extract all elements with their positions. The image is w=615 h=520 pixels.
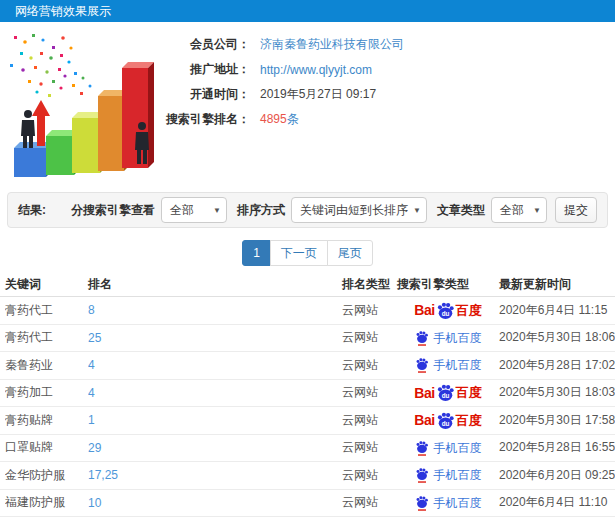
rank-count-number: 4895 (260, 112, 287, 126)
keyword-cell: 膏药代工 (5, 302, 88, 319)
table-row: 福建防护服 10 云网站 手机百度 2020年6月4日 11:10 (0, 490, 615, 518)
mobile-baidu-badge: 手机百度 (415, 330, 482, 346)
updated-cell: 2020年6月4日 11:10 (499, 494, 615, 511)
rank-type-cell: 云网站 (342, 467, 397, 484)
updated-cell: 2020年5月28日 16:55 (499, 439, 615, 456)
updated-cell: 2020年5月30日 18:06 (499, 329, 615, 346)
promo-url-label: 推广地址： (158, 61, 250, 78)
rank-type-cell: 云网站 (342, 494, 397, 511)
mobile-baidu-badge: 手机百度 (415, 495, 482, 511)
next-page-button[interactable]: 下一页 (270, 240, 328, 266)
baidu-paw-icon (415, 357, 429, 373)
col-keyword: 关键词 (5, 276, 88, 293)
baidu-logo-cn-text: 百度 (456, 386, 482, 399)
engine-cell: 手机百度 (397, 495, 499, 511)
rank-link[interactable]: 29 (88, 441, 342, 455)
table-header: 关键词 排名 排名类型 搜索引擎类型 最新更新时间 (0, 272, 615, 297)
sort-filter-label: 排序方式 (237, 202, 285, 219)
rank-type-cell: 云网站 (342, 439, 397, 456)
rank-type-cell: 云网站 (342, 329, 397, 346)
submit-button[interactable]: 提交 (555, 197, 597, 223)
last-page-button[interactable]: 尾页 (327, 240, 373, 266)
mobile-baidu-badge: 手机百度 (415, 357, 482, 373)
keyword-cell: 金华防护服 (5, 467, 88, 484)
baidu-paw-icon (415, 440, 429, 456)
keyword-cell: 膏药贴牌 (5, 412, 88, 429)
rank-link[interactable]: 4 (88, 358, 342, 372)
engine-cell: 手机百度 (397, 467, 499, 483)
chevron-down-icon: ▼ (533, 198, 541, 224)
mobile-baidu-label: 手机百度 (434, 359, 482, 371)
keyword-cell: 膏药加工 (5, 384, 88, 401)
baidu-logo: Bai du 百度 (414, 383, 481, 402)
table-row: 金华防护服 17,25 云网站 手机百度 2020年6月20日 09:25 (0, 462, 615, 490)
info-row-opened: 开通时间： 2019年5月27日 09:17 (158, 82, 608, 107)
open-time-value: 2019年5月27日 09:17 (260, 86, 376, 103)
baidu-logo-bai-text: Bai (414, 303, 434, 317)
table-row: 秦鲁药业 4 云网站 手机百度 2020年5月28日 17:02 (0, 352, 615, 380)
mobile-baidu-label: 手机百度 (434, 497, 482, 509)
engine-cell: 手机百度 (397, 357, 499, 373)
page-1-button[interactable]: 1 (242, 240, 271, 266)
rank-link[interactable]: 8 (88, 303, 342, 317)
info-row-rank-count: 搜索引擎排名： 4895条 (158, 107, 608, 132)
keyword-cell: 口罩贴牌 (5, 439, 88, 456)
rank-count-value: 4895条 (260, 111, 299, 128)
info-row-company: 会员公司： 济南秦鲁药业科技有限公司 (158, 32, 608, 57)
results-label: 结果: (18, 202, 46, 219)
col-rank-type: 排名类型 (342, 276, 397, 293)
chevron-down-icon: ▼ (413, 198, 421, 224)
mobile-baidu-badge: 手机百度 (415, 440, 482, 456)
engine-cell: Bai du 百度 (397, 383, 499, 402)
baidu-paw-icon (415, 495, 429, 511)
mobile-baidu-label: 手机百度 (434, 332, 482, 344)
mobile-baidu-label: 手机百度 (434, 469, 482, 481)
updated-cell: 2020年5月30日 18:03 (499, 384, 615, 401)
keyword-cell: 膏药代工 (5, 329, 88, 346)
col-rank: 排名 (88, 276, 342, 293)
chevron-down-icon: ▼ (213, 198, 221, 224)
updated-cell: 2020年6月4日 11:15 (499, 302, 615, 319)
rank-link[interactable]: 17,25 (88, 468, 342, 482)
table-row: 膏药代工 25 云网站 手机百度 2020年5月30日 18:06 (0, 325, 615, 353)
promo-url-link[interactable]: http://www.qlyyjt.com (260, 63, 372, 77)
table-body: 膏药代工 8 云网站 Bai du 百度 2020年6月4日 11:15 膏药代… (0, 297, 615, 520)
engine-filter-value: 全部 (170, 203, 194, 217)
type-filter-select[interactable]: 全部 ▼ (491, 197, 547, 223)
svg-text:du: du (441, 419, 449, 426)
baidu-logo-cn-text: 百度 (456, 304, 482, 317)
results-table: 关键词 排名 排名类型 搜索引擎类型 最新更新时间 膏药代工 8 云网站 Bai… (0, 272, 615, 520)
engine-filter-select[interactable]: 全部 ▼ (161, 197, 227, 223)
baidu-paw-icon (415, 330, 429, 346)
keyword-cell: 福建防护服 (5, 494, 88, 511)
svg-text:du: du (441, 309, 449, 316)
rank-type-cell: 云网站 (342, 357, 397, 374)
company-name-link[interactable]: 济南秦鲁药业科技有限公司 (260, 36, 404, 53)
engine-cell: Bai du 百度 (397, 301, 499, 320)
mobile-baidu-label: 手机百度 (434, 442, 482, 454)
baidu-paw-icon: du (436, 383, 455, 402)
updated-cell: 2020年5月28日 17:02 (499, 357, 615, 374)
sort-filter-select[interactable]: 关键词由短到长排序 ▼ (291, 197, 427, 223)
col-updated: 最新更新时间 (499, 276, 615, 293)
engine-cell: Bai du 百度 (397, 411, 499, 430)
rank-link[interactable]: 4 (88, 386, 342, 400)
info-row-url: 推广地址： http://www.qlyyjt.com (158, 57, 608, 82)
engine-cell: 手机百度 (397, 440, 499, 456)
rank-link[interactable]: 25 (88, 331, 342, 345)
company-info: 会员公司： 济南秦鲁药业科技有限公司 推广地址： http://www.qlyy… (158, 32, 608, 132)
company-label: 会员公司： (158, 36, 250, 53)
open-time-label: 开通时间： (158, 86, 250, 103)
rank-type-cell: 云网站 (342, 412, 397, 429)
engine-cell: 手机百度 (397, 330, 499, 346)
rank-link[interactable]: 10 (88, 496, 342, 510)
baidu-paw-icon: du (436, 301, 455, 320)
table-row: 膏药加工 4 云网站 Bai du 百度 2020年5月30日 18:03 (0, 380, 615, 408)
baidu-paw-icon: du (436, 411, 455, 430)
baidu-logo: Bai du 百度 (414, 301, 481, 320)
table-row: 膏药贴牌 1 云网站 Bai du 百度 2020年5月30日 17:58 (0, 407, 615, 435)
type-filter-label: 文章类型 (437, 202, 485, 219)
engine-filter-label: 分搜索引擎查看 (71, 202, 155, 219)
rank-type-cell: 云网站 (342, 384, 397, 401)
rank-link[interactable]: 1 (88, 413, 342, 427)
